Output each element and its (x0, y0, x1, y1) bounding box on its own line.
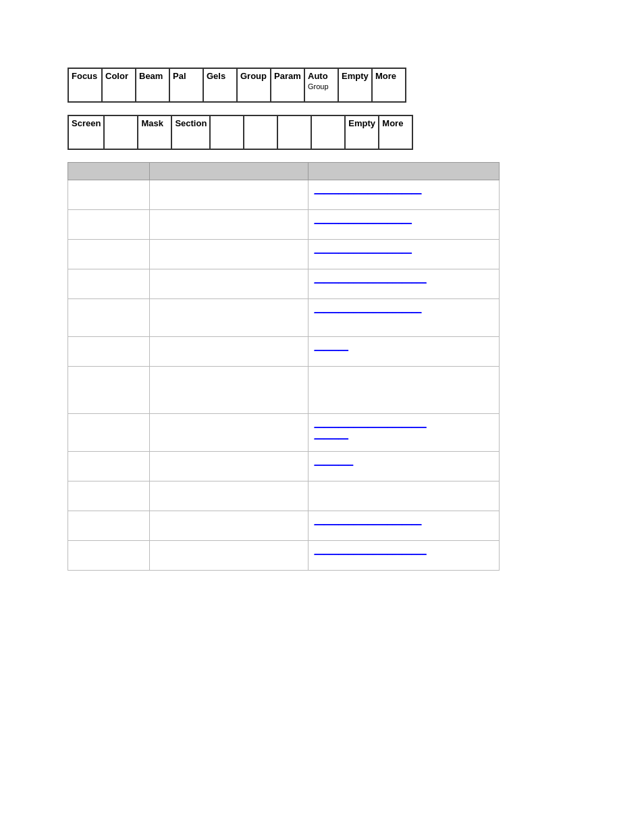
link-r8a[interactable]: _______________________ (314, 418, 493, 428)
cell-r5-c2 (150, 299, 308, 337)
toolbar-btn-group[interactable]: Group (236, 68, 271, 103)
cell-r7-c1 (68, 367, 150, 414)
toolbar-btn-gels[interactable]: Gels (203, 68, 238, 103)
cell-r8-c3: _______________________ _______ (308, 414, 500, 452)
cell-r3-c2 (150, 240, 308, 269)
table-row: _______________________ _______ (68, 414, 500, 452)
toolbar-btn-empty-2[interactable]: Empty (344, 115, 379, 150)
toolbar-btn-auto-sublabel: Group (308, 82, 329, 90)
toolbar-btn-auto[interactable]: Auto Group (304, 68, 339, 103)
link-r2[interactable]: ____________________ (314, 214, 493, 224)
cell-r6-c2 (150, 337, 308, 367)
cell-r3-c3: ____________________ (308, 240, 500, 269)
col-header-3 (308, 163, 500, 180)
cell-r12-c1 (68, 541, 150, 571)
toolbar-btn-blank-4[interactable] (277, 115, 312, 150)
table-row: _______ (68, 337, 500, 367)
toolbar-row-1: Focus Color Beam Pal Gels Group Param Au… (68, 68, 576, 103)
cell-r11-c2 (150, 511, 308, 541)
cell-r2-c1 (68, 210, 150, 240)
toolbar-btn-more-1[interactable]: More (371, 68, 406, 103)
toolbar-btn-focus[interactable]: Focus (68, 68, 103, 103)
toolbar-btn-empty-1[interactable]: Empty (338, 68, 373, 103)
link-r11[interactable]: ______________________ (314, 515, 493, 525)
toolbar-btn-blank-5[interactable] (311, 115, 346, 150)
link-r9[interactable]: ________ (314, 456, 493, 466)
cell-r1-c2 (150, 180, 308, 210)
table-row (68, 367, 500, 414)
table-row: ____________________ (68, 210, 500, 240)
cell-r5-c3: ______________________ (308, 299, 500, 337)
cell-r6-c3: _______ (308, 337, 500, 367)
cell-r2-c3: ____________________ (308, 210, 500, 240)
cell-r7-c3 (308, 367, 500, 414)
toolbar-btn-blank-3[interactable] (243, 115, 278, 150)
toolbar-btn-screen[interactable]: Screen (68, 115, 105, 150)
table-row (68, 481, 500, 511)
link-r5[interactable]: ______________________ (314, 303, 493, 313)
cell-r12-c3: _______________________ (308, 541, 500, 571)
cell-r10-c3 (308, 481, 500, 511)
toolbar-btn-param[interactable]: Param (270, 68, 305, 103)
link-r12[interactable]: _______________________ (314, 545, 493, 555)
cell-r1-c3: ______________________ (308, 180, 500, 210)
cell-r4-c2 (150, 269, 308, 299)
col-header-2 (150, 163, 308, 180)
toolbar-btn-mask[interactable]: Mask (137, 115, 172, 150)
toolbar-btn-blank-1[interactable] (103, 115, 138, 150)
link-r8b[interactable]: _______ (314, 429, 493, 440)
table-row: ________ (68, 452, 500, 481)
table-row: _______________________ (68, 269, 500, 299)
cell-r11-c3: ______________________ (308, 511, 500, 541)
toolbar-btn-color[interactable]: Color (101, 68, 136, 103)
cell-r4-c3: _______________________ (308, 269, 500, 299)
toolbar-row-2: Screen Mask Section Empty More (68, 115, 576, 150)
cell-r6-c1 (68, 337, 150, 367)
table-row: ______________________ (68, 180, 500, 210)
toolbar-btn-beam[interactable]: Beam (135, 68, 170, 103)
cell-r10-c2 (150, 481, 308, 511)
toolbar-btn-more-2[interactable]: More (378, 115, 413, 150)
cell-r9-c1 (68, 452, 150, 481)
cell-r5-c1 (68, 299, 150, 337)
toolbar-btn-blank-2[interactable] (209, 115, 244, 150)
link-r4[interactable]: _______________________ (314, 273, 493, 284)
cell-r8-c1 (68, 414, 150, 452)
cell-r8-c2 (150, 414, 308, 452)
cell-r12-c2 (150, 541, 308, 571)
cell-r9-c3: ________ (308, 452, 500, 481)
data-table: ______________________ _________________… (68, 162, 500, 571)
table-row: _______________________ (68, 541, 500, 571)
link-r1[interactable]: ______________________ (314, 184, 493, 194)
page: Focus Color Beam Pal Gels Group Param Au… (0, 0, 644, 834)
cell-r7-c2 (150, 367, 308, 414)
cell-r1-c1 (68, 180, 150, 210)
link-r3[interactable]: ____________________ (314, 244, 493, 254)
toolbar-btn-pal[interactable]: Pal (169, 68, 204, 103)
toolbar-btn-section[interactable]: Section (171, 115, 211, 150)
cell-r9-c2 (150, 452, 308, 481)
table-row: ____________________ (68, 240, 500, 269)
link-r6[interactable]: _______ (314, 341, 493, 351)
cell-r10-c1 (68, 481, 150, 511)
table-row: ______________________ (68, 299, 500, 337)
col-header-1 (68, 163, 150, 180)
table-row: ______________________ (68, 511, 500, 541)
cell-r4-c1 (68, 269, 150, 299)
cell-r2-c2 (150, 210, 308, 240)
cell-r11-c1 (68, 511, 150, 541)
cell-r3-c1 (68, 240, 150, 269)
